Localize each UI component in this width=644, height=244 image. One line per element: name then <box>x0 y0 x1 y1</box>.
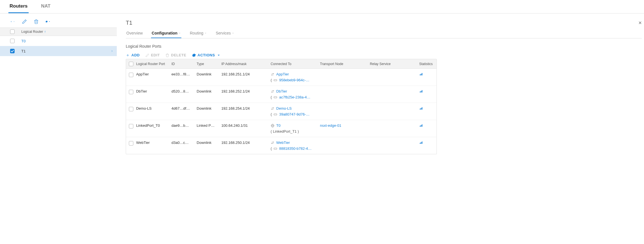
tab-services[interactable]: Services <box>215 31 235 38</box>
sidebar-header-row: Logical Router↑ <box>0 27 117 36</box>
port-ip: 192.168.254.1/24 <box>221 106 271 111</box>
ports-table: Logical Router Port ID Type IP Address/m… <box>126 59 437 154</box>
connected-link[interactable]: Demo-LS <box>276 106 292 111</box>
port-type: Downlink <box>197 72 221 76</box>
port-ip: 100.64.240.1/31 <box>221 123 271 128</box>
row-checkbox[interactable] <box>129 107 133 111</box>
svg-rect-20 <box>421 91 421 93</box>
stats-icon[interactable] <box>419 90 423 94</box>
port-type: Linked P… <box>197 123 221 128</box>
svg-rect-29 <box>421 108 421 110</box>
connected-link[interactable]: WebTier <box>276 141 290 145</box>
row-checkbox[interactable] <box>129 124 133 128</box>
port-id: d520…8… <box>172 89 197 93</box>
connected-link[interactable]: DbTier <box>276 89 287 93</box>
sidebar-toolbar <box>0 19 117 27</box>
connected-sub: ( LinkedPort_T1 ) <box>271 129 320 133</box>
port-name: Demo-LS <box>136 106 172 111</box>
svg-rect-37 <box>274 148 277 149</box>
table-row[interactable]: WebTierd3a0…c…Downlink192.168.250.1/24We… <box>126 137 437 154</box>
chevron-down-icon <box>204 32 207 34</box>
svg-rect-22 <box>274 114 277 115</box>
tab-overview[interactable]: Overview <box>126 31 143 38</box>
transport-node-link[interactable]: nsxt-edge-01 <box>320 123 341 128</box>
close-icon[interactable]: × <box>638 20 642 26</box>
port-ip: 192.168.252.1/24 <box>221 89 271 93</box>
row-checkbox[interactable] <box>129 90 133 94</box>
tab-configuration[interactable]: Configuration <box>151 31 181 38</box>
port-id: dae9…b… <box>172 123 197 128</box>
port-id: 4d67…df… <box>172 106 197 111</box>
col-header-conn[interactable]: Connected To <box>271 62 320 66</box>
tab-routers[interactable]: Routers <box>8 3 29 13</box>
sidebar-header-label[interactable]: Logical Router↑ <box>21 30 46 34</box>
edit-icon[interactable] <box>22 19 27 24</box>
connected-link[interactable]: T0 <box>276 123 280 128</box>
table-header: Logical Router Port ID Type IP Address/m… <box>126 59 437 69</box>
detail-panel: × T1 Overview Configuration Routing Serv… <box>117 13 644 244</box>
svg-rect-10 <box>420 74 420 75</box>
delete-button: DELETE <box>165 53 186 57</box>
table-row[interactable]: Demo-LS4d67…df…Downlink192.168.254.1/24D… <box>126 103 437 120</box>
svg-rect-28 <box>420 109 420 110</box>
stats-icon[interactable] <box>419 107 423 111</box>
table-row[interactable]: DbTierd520…8…Downlink192.168.252.1/24DbT… <box>126 86 437 103</box>
chevron-down-icon <box>179 32 181 34</box>
actions-button[interactable]: ACTIONS <box>192 53 221 57</box>
add-icon[interactable] <box>10 19 15 24</box>
connected-sub-link[interactable]: 88818350-b782-4… <box>279 146 312 151</box>
port-type: Downlink <box>197 106 221 111</box>
port-id: ee33…f8… <box>172 72 197 76</box>
stats-icon[interactable] <box>419 124 423 128</box>
row-checkbox[interactable] <box>129 141 133 146</box>
sidebar-item-t1[interactable]: T1 <box>0 46 117 56</box>
stats-icon[interactable] <box>419 73 423 77</box>
connected-sub: (958ebeb9-964c-… <box>271 78 320 82</box>
port-ip: 192.168.251.1/24 <box>221 72 271 76</box>
connected-link[interactable]: AppTier <box>276 72 289 76</box>
chevron-down-icon <box>232 32 234 34</box>
table-row[interactable]: AppTieree33…f8…Downlink192.168.251.1/24A… <box>126 69 437 86</box>
col-header-rs[interactable]: Relay Service <box>370 62 419 66</box>
connected-sub: (ac7fb25e-238a-4… <box>271 95 320 99</box>
connected-sub-link[interactable]: ac7fb25e-238a-4… <box>279 95 310 99</box>
col-header-stat[interactable]: Statistics <box>419 62 437 66</box>
svg-rect-44 <box>421 142 421 144</box>
svg-rect-45 <box>422 142 422 144</box>
detail-title: T1 <box>126 20 642 26</box>
connected-sub-link[interactable]: 39a80747-9d76-… <box>279 112 309 116</box>
col-header-id[interactable]: ID <box>172 62 197 66</box>
col-header-type[interactable]: Type <box>197 62 221 66</box>
svg-rect-34 <box>420 126 420 127</box>
row-checkbox[interactable] <box>10 39 15 43</box>
select-all-checkbox[interactable] <box>10 29 15 34</box>
row-checkbox[interactable] <box>10 49 15 53</box>
add-button[interactable]: ADD <box>126 53 140 57</box>
table-row[interactable]: LinkedPort_T0dae9…b…Linked P…100.64.240.… <box>126 120 437 137</box>
gear-icon[interactable] <box>45 19 51 24</box>
row-checkbox[interactable] <box>129 73 133 77</box>
col-header-name[interactable]: Logical Router Port <box>136 62 172 66</box>
ports-toolbar: ADD EDIT DELETE ACTIONS <box>126 53 642 57</box>
router-list-sidebar: Logical Router↑ T0 T1 <box>0 13 117 244</box>
stats-icon[interactable] <box>419 141 423 145</box>
tab-routing[interactable]: Routing <box>189 31 207 38</box>
sort-ascending-icon: ↑ <box>44 30 46 34</box>
sidebar-item-label: T1 <box>21 49 26 53</box>
port-name: AppTier <box>136 72 172 76</box>
tab-nat[interactable]: NAT <box>40 3 52 13</box>
svg-rect-4 <box>274 79 277 81</box>
col-header-ip[interactable]: IP Address/mask <box>221 62 271 66</box>
select-all-ports-checkbox[interactable] <box>129 62 133 66</box>
detail-tabs: Overview Configuration Routing Services <box>126 29 642 38</box>
port-id: d3a0…c… <box>172 141 197 145</box>
connected-sub-link[interactable]: 958ebeb9-964c-… <box>279 78 309 82</box>
delete-icon[interactable] <box>34 19 39 24</box>
col-header-tn[interactable]: Transport Node <box>320 62 370 66</box>
edit-button: EDIT <box>145 53 160 57</box>
sidebar-item-t0[interactable]: T0 <box>0 36 117 46</box>
chevron-down-icon <box>217 53 221 57</box>
port-name: DbTier <box>136 89 172 93</box>
port-name: LinkedPort_T0 <box>136 123 172 128</box>
port-name: WebTier <box>136 141 172 145</box>
